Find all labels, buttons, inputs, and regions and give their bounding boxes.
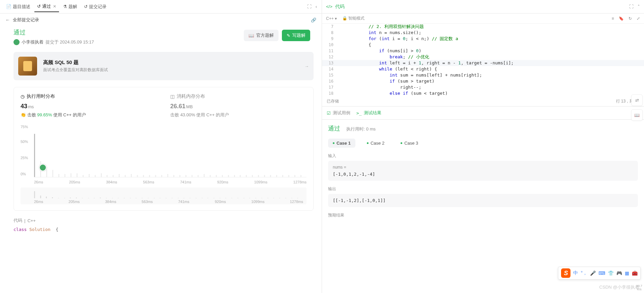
back-arrow-icon[interactable]: ←	[5, 17, 10, 23]
runtime-col[interactable]: ◷执行用时分布 43ms 👏 击败 99.65% 使用 C++ 的用户	[21, 93, 157, 118]
sogou-icon[interactable]: S	[561, 268, 570, 278]
status-dot-icon	[367, 142, 369, 144]
code-line[interactable]: // 2. 利用双指针解决问题	[337, 24, 424, 30]
watermark: CSDN @小李很执着	[599, 284, 639, 290]
bookmark-icon[interactable]: 🔖	[619, 16, 624, 21]
clock-icon: ◷	[21, 94, 25, 99]
editor-status-bar: 已存储 行 13，列 31	[322, 96, 644, 106]
book-icon: 📖	[248, 33, 254, 38]
expand-icon[interactable]: ⛶	[306, 3, 313, 10]
code-line[interactable]: {	[337, 42, 371, 48]
book-open-icon[interactable]: 📖	[631, 109, 643, 121]
author-name[interactable]: 小李很执着	[22, 39, 43, 45]
ime-toolbar[interactable]: S 中 °， 🎤 ⌨ 👕 🎮 ▦ 🧰	[558, 267, 641, 280]
ime-lang[interactable]: 中	[573, 270, 578, 276]
input-label: 输入	[328, 153, 638, 159]
tab-label: 题解	[68, 4, 77, 10]
result-time: 执行用时: 0 ms	[346, 126, 376, 131]
output-value: [[-1,-1,2],[-1,0,1]]	[333, 198, 633, 203]
collapse-left-icon[interactable]: ‹	[314, 3, 318, 10]
runtime-beat-pct: 99.65%	[37, 112, 52, 117]
floating-tools: ⇄ 📖	[631, 94, 643, 121]
output-box[interactable]: [[-1,-1,2],[-1,0,1]]	[328, 194, 638, 207]
save-status: 已存储	[327, 98, 339, 104]
auto-mode[interactable]: 🔒 智能模式	[342, 16, 364, 21]
code-header-label: 代码	[335, 4, 345, 10]
case-pill-3[interactable]: Case 3	[396, 139, 423, 148]
test-tabs: ☑ 测试用例 >_ 测试结果	[322, 106, 644, 120]
ime-keyboard-icon[interactable]: ⌨	[598, 270, 605, 276]
ime-punct-icon[interactable]: °，	[581, 270, 587, 276]
expand-icon[interactable]: ⛶	[629, 4, 634, 9]
avatar[interactable]	[13, 39, 20, 45]
input-value: [-1,0,1,2,-1,-4]	[333, 172, 633, 177]
status-dot-icon	[401, 142, 402, 144]
line-number: 10	[322, 42, 337, 48]
translate-icon[interactable]: ⇄	[631, 94, 643, 106]
result-status: 通过	[328, 125, 340, 132]
promo-subtitle: 面试考点全覆盖应对高阶数据库面试	[43, 67, 108, 73]
close-icon[interactable]: ✕	[53, 4, 56, 9]
case-pill-2[interactable]: Case 2	[362, 139, 389, 148]
line-number: 13	[322, 60, 337, 66]
code-line[interactable]: if (sum > target)	[337, 78, 435, 84]
ime-game-icon[interactable]: 🎮	[616, 270, 622, 276]
case-pill-1[interactable]: Case 1	[328, 139, 355, 148]
code-line[interactable]: int sum = nums[left] + nums[right];	[337, 72, 482, 78]
line-number: 14	[322, 66, 337, 72]
distribution-card: ◷执行用时分布 43ms 👏 击败 99.65% 使用 C++ 的用户 ◫消耗内…	[13, 87, 314, 211]
check-square-icon: ☑	[327, 111, 331, 116]
link-icon[interactable]: 🔗	[311, 18, 316, 23]
code-line[interactable]: int n = nums.size();	[337, 30, 421, 36]
history-icon: ↺	[37, 4, 41, 9]
input-box[interactable]: nums = [-1,0,1,2,-1,-4]	[328, 161, 638, 181]
tab-submissions[interactable]: ↺ 提交记录	[81, 2, 109, 12]
ime-skin-icon[interactable]: 👕	[608, 270, 614, 276]
tab-label: 题目描述	[13, 4, 30, 10]
promo-card[interactable]: 高频 SQL 50 题 面试考点全覆盖应对高阶数据库面试 →	[13, 52, 314, 80]
code-line[interactable]: right--;	[337, 84, 421, 90]
language-selector[interactable]: C++ ▾	[326, 16, 337, 21]
lock-icon: 🔒	[342, 16, 347, 21]
breadcrumb-label[interactable]: 全部提交记录	[13, 17, 39, 23]
tab-description[interactable]: 📄 题目描述	[3, 2, 33, 12]
status-dot-icon	[333, 142, 334, 144]
memory-col[interactable]: ◫消耗内存分布 26.61MB 击败 43.00% 使用 C++ 的用户	[170, 93, 306, 118]
official-solution-button[interactable]: 📖 官方题解	[244, 30, 279, 41]
list-icon[interactable]: ≡	[612, 16, 614, 21]
code-editor[interactable]: 7 // 2. 利用双指针解决问题8 int n = nums.size();9…	[322, 24, 644, 96]
line-number: 15	[322, 72, 337, 78]
memory-value: 26.61	[170, 103, 185, 110]
code-brackets-icon: </>	[326, 4, 332, 9]
code-line[interactable]: if (nums[i] > 0)	[337, 48, 421, 54]
overview-chart[interactable]: 26ms 205ms 384ms 563ms 741ms 920ms 1099m…	[21, 187, 306, 204]
ime-grid-icon[interactable]: ▦	[625, 270, 629, 276]
refresh-icon[interactable]: ↻	[628, 16, 632, 21]
user-marker-avatar[interactable]	[39, 164, 47, 171]
tab-testresults[interactable]: >_ 测试结果	[356, 110, 381, 116]
breadcrumb: ← 全部提交记录 🔗	[0, 13, 322, 26]
tab-label: 通过	[42, 3, 51, 9]
ime-mic-icon[interactable]: 🎤	[590, 270, 596, 276]
code-line[interactable]: int left = i + 1, right = n - 1, target …	[337, 60, 514, 66]
tab-testcases[interactable]: ☑ 测试用例	[327, 110, 350, 116]
document-icon: 📄	[6, 4, 11, 9]
code-header: </> 代码 ⛶ ˄	[322, 0, 644, 13]
ime-toolbox-icon[interactable]: 🧰	[632, 270, 638, 276]
chevron-right-icon: →	[304, 64, 309, 69]
history-icon: ↺	[84, 4, 88, 9]
line-number: 7	[322, 24, 337, 30]
x-axis: 26ms 205ms 384ms 563ms 741ms 920ms 1099m…	[34, 180, 306, 184]
output-label: 输出	[328, 186, 638, 192]
line-number: 8	[322, 30, 337, 36]
code-line[interactable]: for (int i = 0; i < n;) // 固定数 a	[337, 36, 458, 42]
code-line[interactable]: break; // 小优化	[337, 54, 429, 60]
clap-icon: 👏	[21, 112, 26, 117]
code-line[interactable]: while (left < right) {	[337, 66, 437, 72]
code-line[interactable]: else if (sum < target)	[337, 90, 448, 96]
tab-solutions[interactable]: ⚗ 题解	[60, 2, 80, 12]
fullscreen-icon[interactable]: ⤢	[637, 16, 640, 21]
write-solution-button[interactable]: ✎ 写题解	[282, 30, 310, 41]
tab-accepted[interactable]: ↺ 通过 ✕	[34, 1, 59, 12]
chevron-up-icon[interactable]: ˄	[638, 4, 640, 9]
